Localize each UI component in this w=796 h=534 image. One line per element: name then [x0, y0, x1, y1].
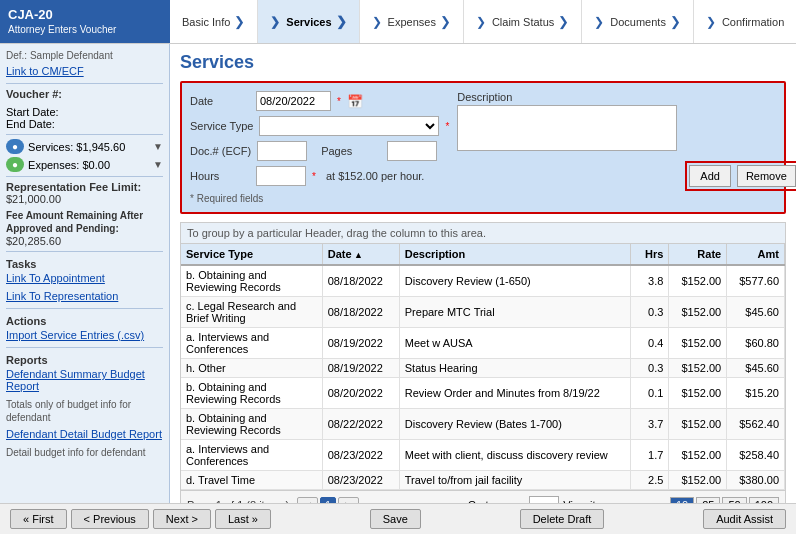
report2-link[interactable]: Defendant Detail Budget Report: [6, 428, 163, 440]
date-label: Date: [190, 95, 250, 107]
cell-description: Meet w AUSA: [399, 328, 630, 359]
delete-draft-button[interactable]: Delete Draft: [520, 509, 605, 529]
cell-rate: $152.00: [669, 471, 727, 490]
service-type-select[interactable]: [259, 116, 439, 136]
cell-hrs: 1.7: [630, 440, 669, 471]
pages-label: Pages: [321, 145, 381, 157]
tab-arrow-icon: ❯: [336, 14, 347, 29]
th-date[interactable]: Date: [322, 244, 399, 265]
services-icon: ●: [6, 139, 24, 154]
pages-input[interactable]: [387, 141, 437, 161]
save-button[interactable]: Save: [370, 509, 421, 529]
cell-description: Discovery Review (1-650): [399, 265, 630, 297]
cell-service: b. Obtaining and Reviewing Records: [181, 409, 322, 440]
doc-pages-row: Doc.# (ECF) Pages: [190, 141, 449, 161]
cell-amt: $380.00: [727, 471, 785, 490]
voucher-number: Voucher #:: [6, 88, 163, 100]
cell-date: 08/20/2022: [322, 378, 399, 409]
tasks-section: Tasks Link To Appointment Link To Repres…: [6, 258, 163, 302]
date-input[interactable]: [256, 91, 331, 111]
hours-input[interactable]: [256, 166, 306, 186]
cell-service: a. Interviews and Conferences: [181, 328, 322, 359]
divider: [6, 347, 163, 348]
table-row[interactable]: a. Interviews and Conferences 08/19/2022…: [181, 328, 785, 359]
report1-link[interactable]: Defendant Summary Budget Report: [6, 368, 163, 392]
nav-button-group: « First < Previous Next > Last »: [10, 509, 271, 529]
link-appointment[interactable]: Link To Appointment: [6, 272, 163, 284]
cell-description: Discovery Review (Bates 1-700): [399, 409, 630, 440]
required-note: * Required fields: [190, 193, 776, 204]
top-navigation: CJA-20 Attorney Enters Voucher Basic Inf…: [0, 0, 796, 44]
cell-service: a. Interviews and Conferences: [181, 440, 322, 471]
cell-date: 08/23/2022: [322, 440, 399, 471]
services-row: ● Services: $1,945.60 ▼: [6, 139, 163, 154]
table-row[interactable]: b. Obtaining and Reviewing Records 08/18…: [181, 265, 785, 297]
cell-rate: $152.00: [669, 409, 727, 440]
cell-hrs: 0.3: [630, 297, 669, 328]
page-title: Services: [180, 52, 786, 73]
divider: [6, 134, 163, 135]
rep-fee-section: Representation Fee Limit: $21,000.00: [6, 181, 163, 205]
actions-section: Actions Import Service Entries (.csv): [6, 315, 163, 341]
tab-documents[interactable]: Documents ❯: [582, 0, 694, 43]
content-area: Services Date * 📅 Service Type: [170, 44, 796, 503]
hours-row: Hours * at $152.00 per hour.: [190, 166, 449, 186]
cell-rate: $152.00: [669, 440, 727, 471]
tab-claim-status[interactable]: Claim Status ❯: [464, 0, 582, 43]
hours-required: *: [312, 171, 316, 182]
cell-service: b. Obtaining and Reviewing Records: [181, 265, 322, 297]
th-hrs[interactable]: Hrs: [630, 244, 669, 265]
add-button[interactable]: Add: [689, 165, 731, 187]
fee-remaining-section: Fee Amount Remaining After Approved and …: [6, 209, 163, 247]
table-row[interactable]: a. Interviews and Conferences 08/23/2022…: [181, 440, 785, 471]
tab-services[interactable]: Services ❯: [258, 0, 359, 43]
table-row[interactable]: d. Travel Time 08/23/2022 Travel to/from…: [181, 471, 785, 490]
th-description[interactable]: Description: [399, 244, 630, 265]
cell-amt: $258.40: [727, 440, 785, 471]
th-amt[interactable]: Amt: [727, 244, 785, 265]
next-button[interactable]: Next >: [153, 509, 211, 529]
audit-assist-button[interactable]: Audit Assist: [703, 509, 786, 529]
tab-expenses[interactable]: Expenses ❯: [360, 0, 464, 43]
description-input[interactable]: [457, 105, 677, 151]
calendar-icon[interactable]: 📅: [347, 94, 363, 109]
nav-tabs: Basic Info ❯ Services ❯ Expenses ❯ Claim…: [170, 0, 796, 43]
cm-ecf-link[interactable]: Link to CM/ECF: [6, 65, 163, 77]
tab-basic-info[interactable]: Basic Info ❯: [170, 0, 258, 43]
cell-date: 08/22/2022: [322, 409, 399, 440]
cell-date: 08/18/2022: [322, 297, 399, 328]
goto-row: Go to page: View items per page: 10 25 5…: [468, 496, 779, 503]
table-row[interactable]: h. Other 08/19/2022 Status Hearing 0.3 $…: [181, 359, 785, 378]
end-date: End Date:: [6, 118, 163, 130]
last-button[interactable]: Last »: [215, 509, 271, 529]
cell-description: Prepare MTC Trial: [399, 297, 630, 328]
cell-amt: $562.40: [727, 409, 785, 440]
cell-hrs: 3.7: [630, 409, 669, 440]
tab-confirmation[interactable]: Confirmation: [694, 0, 796, 43]
doc-ecf-input[interactable]: [257, 141, 307, 161]
services-chevron-icon: ▼: [153, 141, 163, 152]
description-label: Description: [457, 91, 517, 103]
doc-ecf-label: Doc.# (ECF): [190, 145, 251, 157]
table-row[interactable]: c. Legal Research and Brief Writing 08/1…: [181, 297, 785, 328]
th-service-type[interactable]: Service Type: [181, 244, 322, 265]
cell-amt: $60.80: [727, 328, 785, 359]
service-required: *: [445, 121, 449, 132]
import-link[interactable]: Import Service Entries (.csv): [6, 329, 163, 341]
divider: [6, 308, 163, 309]
th-rate[interactable]: Rate: [669, 244, 727, 265]
cell-description: Review Order and Minutes from 8/19/22: [399, 378, 630, 409]
entry-form: Date * 📅 Service Type * Doc.# (ECF): [180, 81, 786, 214]
services-table: Service Type Date Description Hrs Rate A…: [181, 244, 785, 490]
previous-button[interactable]: < Previous: [71, 509, 149, 529]
hours-label: Hours: [190, 170, 250, 182]
cell-service: h. Other: [181, 359, 322, 378]
divider: [6, 251, 163, 252]
remove-button[interactable]: Remove: [737, 165, 796, 187]
first-button[interactable]: « First: [10, 509, 67, 529]
per-hour-text: at $152.00 per hour.: [326, 170, 424, 182]
table-row[interactable]: b. Obtaining and Reviewing Records 08/22…: [181, 409, 785, 440]
table-row[interactable]: b. Obtaining and Reviewing Records 08/20…: [181, 378, 785, 409]
link-representation[interactable]: Link To Representation: [6, 290, 163, 302]
goto-input[interactable]: [529, 496, 559, 503]
